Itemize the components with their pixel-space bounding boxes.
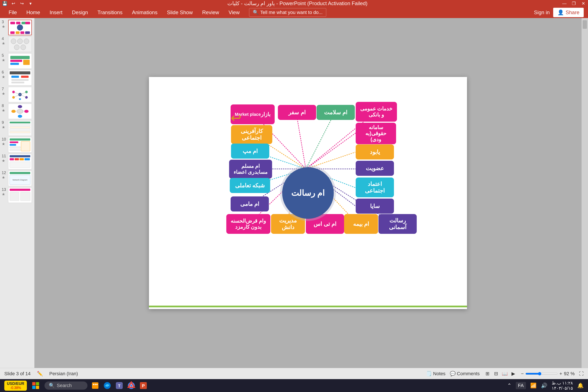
- scrollbar-thumb[interactable]: [583, 20, 587, 29]
- status-bar: Slide 3 of 14 ✏️ Persian (Iran) 🗒️ Notes…: [0, 368, 588, 379]
- taskbar: USD/EUR -0.38% 🔍 Search T: [0, 379, 588, 392]
- lang-button[interactable]: FA: [516, 382, 526, 389]
- svg-rect-17: [23, 60, 30, 65]
- slide-thumb-11[interactable]: 11 ★: [2, 154, 33, 169]
- view-controls: ⊞ ⊟ 📖 ▶: [484, 370, 517, 377]
- svg-rect-14: [10, 56, 30, 59]
- slide-thumb-4[interactable]: 4 ★: [2, 36, 33, 52]
- slide-thumb-8[interactable]: 8 ★: [2, 104, 33, 119]
- slideshow-btn[interactable]: ▶: [510, 370, 517, 377]
- zoom-in-btn[interactable]: +: [560, 371, 562, 376]
- slide-thumb-9[interactable]: 9 ★: [2, 120, 33, 136]
- node-vam: وام قرض‌الحسنهبدون کارمزد: [226, 214, 270, 234]
- svg-rect-21: [12, 79, 28, 81]
- svg-text:Network Diagram: Network Diagram: [12, 179, 28, 181]
- mind-map: ↩ ام رسالت بازارMarket place ام سفر ام س…: [149, 77, 467, 309]
- svg-rect-52: [20, 158, 24, 160]
- minimize-button[interactable]: —: [561, 0, 567, 6]
- normal-view-btn[interactable]: ⊞: [484, 370, 491, 377]
- close-button[interactable]: ✕: [580, 0, 586, 6]
- slide-thumb-3[interactable]: 3 ★: [2, 20, 33, 35]
- statusbar-right: 🗒️ Notes 💬 Comments ⊞ ⊟ 📖 ▶ − + 92 % ⛶: [426, 370, 584, 377]
- svg-point-11: [24, 39, 29, 44]
- node-samaneh: سامانهحقوقی(بهودی): [356, 123, 396, 144]
- notification-icon[interactable]: 🔔: [577, 382, 584, 388]
- svg-rect-58: [10, 189, 30, 191]
- restore-button[interactable]: ❐: [571, 0, 577, 6]
- search-box[interactable]: 🔍 Search: [44, 382, 88, 390]
- window-title: یاور ام رسالت - کلیات - PowerPoint (Prod…: [34, 0, 561, 6]
- zoom-out-btn[interactable]: −: [521, 371, 524, 376]
- fit-slide-btn[interactable]: ⛶: [579, 371, 584, 376]
- share-button[interactable]: 👤 Share: [553, 8, 584, 17]
- undo-icon[interactable]: ↩: [10, 0, 16, 6]
- chevron-up-icon[interactable]: ⌃: [507, 382, 512, 388]
- slide-thumb-10[interactable]: 10 ★: [2, 137, 33, 152]
- node-khadamat: خدمات عمومیو بانکی: [356, 102, 397, 122]
- svg-rect-48: [10, 149, 20, 151]
- sign-in-button[interactable]: Sign in: [534, 10, 550, 16]
- search-icon: 🔍: [253, 10, 258, 15]
- taskbar-icon-chrome[interactable]: [127, 381, 136, 390]
- menu-insert[interactable]: Insert: [45, 8, 67, 17]
- zoom-slider[interactable]: [526, 372, 558, 376]
- svg-point-33: [17, 109, 23, 114]
- menu-view[interactable]: View: [224, 8, 244, 17]
- svg-rect-16: [10, 63, 19, 65]
- svg-rect-38: [10, 122, 30, 123]
- svg-point-9: [11, 39, 16, 44]
- slide-sorter-btn[interactable]: ⊟: [492, 370, 500, 377]
- windows-button[interactable]: [30, 380, 41, 391]
- wifi-icon[interactable]: 📶: [530, 382, 537, 388]
- slide-thumb-13[interactable]: 13 ★: [2, 188, 33, 203]
- menu-design[interactable]: Design: [68, 8, 92, 17]
- slide-thumb-5[interactable]: 5 ★: [2, 53, 33, 69]
- customize-icon[interactable]: ▾: [28, 0, 34, 6]
- svg-point-0: [17, 24, 23, 30]
- svg-rect-82: [32, 386, 36, 389]
- svg-rect-7: [20, 32, 24, 34]
- node-om-map: ام مپ: [231, 144, 269, 158]
- svg-point-37: [18, 115, 22, 118]
- svg-rect-22: [12, 82, 24, 84]
- system-clock[interactable]: ۱۱:۲۸ ب.ظ ۱۴۰۳/۰۵/۱۵: [552, 380, 573, 391]
- slide-thumb-7[interactable]: 7 ★ 👥: [2, 87, 33, 102]
- taskbar-icon-teams[interactable]: T: [115, 381, 124, 390]
- svg-rect-5: [10, 32, 14, 34]
- node-om-mami: ام مامی: [230, 196, 269, 212]
- save-icon[interactable]: 💾: [2, 0, 8, 6]
- currency-widget[interactable]: USD/EUR -0.38%: [4, 380, 27, 391]
- tell-me-input[interactable]: 🔍 Tell me what you want to do...: [249, 8, 326, 17]
- node-etemad: اعتماداجتماعی: [356, 178, 394, 197]
- svg-rect-41: [10, 129, 30, 131]
- svg-rect-60: [20, 192, 30, 201]
- reading-view-btn[interactable]: 📖: [501, 370, 508, 377]
- notes-button[interactable]: 🗒️ Notes: [426, 371, 445, 376]
- comments-button[interactable]: 💬 Comments: [450, 371, 480, 376]
- volume-icon[interactable]: 🔊: [541, 382, 548, 388]
- menu-home[interactable]: Home: [22, 8, 44, 17]
- svg-rect-50: [10, 158, 14, 160]
- node-ozoviat: عضویت: [356, 161, 394, 176]
- taskbar-icon-powerpoint[interactable]: P: [139, 381, 148, 390]
- svg-text:T: T: [118, 384, 120, 388]
- scroll-bar[interactable]: [582, 18, 588, 368]
- title-bar: 💾 ↩ ↪ ▾ یاور ام رسالت - کلیات - PowerPoi…: [0, 0, 588, 7]
- menu-review[interactable]: Review: [198, 8, 224, 17]
- taskbar-icon-files[interactable]: [91, 381, 100, 390]
- svg-rect-53: [24, 158, 30, 160]
- search-label: Search: [57, 383, 72, 388]
- slide-thumb-6[interactable]: 6 ★: [2, 70, 33, 86]
- zoom-control: − + 92 %: [521, 371, 575, 376]
- menu-file[interactable]: File: [4, 8, 21, 17]
- taskbar-icon-edge[interactable]: [103, 381, 112, 390]
- svg-point-12: [14, 45, 19, 50]
- edit-icon[interactable]: ✏️: [37, 371, 43, 376]
- node-resalat: رسالتآسمانی: [378, 214, 417, 234]
- menu-transitions[interactable]: Transitions: [93, 8, 126, 17]
- slide-thumb-12[interactable]: 12 ★ Network Diagram: [2, 171, 33, 186]
- menu-slideshow[interactable]: Slide Show: [163, 8, 197, 17]
- menu-animations[interactable]: Animations: [128, 8, 162, 17]
- titlebar-left: 💾 ↩ ↪ ▾: [2, 0, 34, 6]
- redo-icon[interactable]: ↪: [19, 0, 25, 6]
